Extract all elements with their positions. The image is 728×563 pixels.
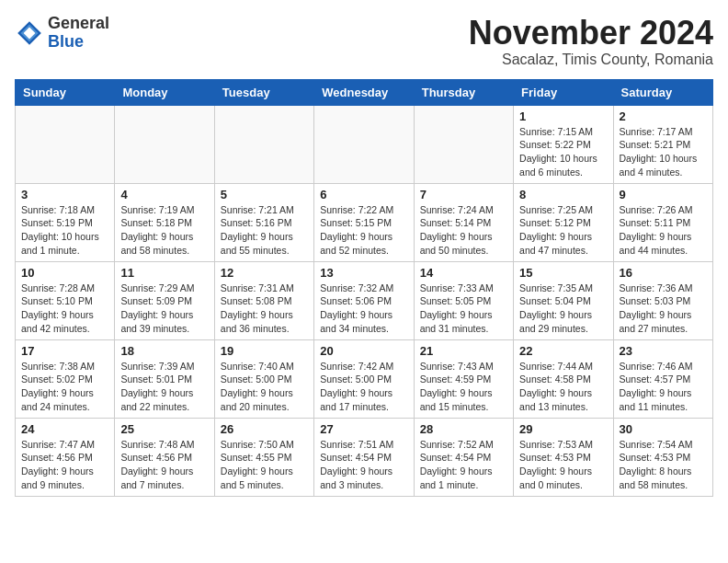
day-info: Sunrise: 7:17 AM Sunset: 5:21 PM Dayligh… <box>620 125 707 179</box>
day-number: 21 <box>420 344 507 358</box>
day-info: Sunrise: 7:26 AM Sunset: 5:11 PM Dayligh… <box>620 203 707 258</box>
calendar-cell: 6Sunrise: 7:22 AM Sunset: 5:15 PM Daylig… <box>314 183 414 261</box>
week-row-4: 17Sunrise: 7:38 AM Sunset: 5:02 PM Dayli… <box>16 339 713 418</box>
calendar-cell: 29Sunrise: 7:53 AM Sunset: 4:53 PM Dayli… <box>514 418 613 496</box>
day-number: 29 <box>519 422 607 436</box>
page-header: General Blue November 2024 Sacalaz, Timi… <box>15 15 713 68</box>
weekday-header-tuesday: Tuesday <box>214 79 313 105</box>
calendar-cell: 21Sunrise: 7:43 AM Sunset: 4:59 PM Dayli… <box>414 339 513 418</box>
day-number: 7 <box>420 188 507 201</box>
calendar-cell: 18Sunrise: 7:39 AM Sunset: 5:01 PM Dayli… <box>115 339 214 418</box>
weekday-header-wednesday: Wednesday <box>314 79 414 105</box>
calendar-cell: 10Sunrise: 7:28 AM Sunset: 5:10 PM Dayli… <box>16 261 115 339</box>
calendar-cell: 24Sunrise: 7:47 AM Sunset: 4:56 PM Dayli… <box>16 418 115 496</box>
day-info: Sunrise: 7:40 AM Sunset: 5:00 PM Dayligh… <box>221 360 308 414</box>
day-info: Sunrise: 7:52 AM Sunset: 4:54 PM Dayligh… <box>420 438 507 492</box>
logo-text: General Blue <box>48 15 109 52</box>
day-info: Sunrise: 7:28 AM Sunset: 5:10 PM Dayligh… <box>21 282 108 336</box>
day-number: 25 <box>120 422 208 436</box>
week-row-5: 24Sunrise: 7:47 AM Sunset: 4:56 PM Dayli… <box>16 418 713 496</box>
day-number: 26 <box>221 422 308 436</box>
day-number: 15 <box>519 266 607 280</box>
calendar-cell: 14Sunrise: 7:33 AM Sunset: 5:05 PM Dayli… <box>414 261 513 339</box>
day-number: 22 <box>519 344 607 358</box>
calendar-cell: 23Sunrise: 7:46 AM Sunset: 4:57 PM Dayli… <box>613 339 712 418</box>
calendar-cell: 2Sunrise: 7:17 AM Sunset: 5:21 PM Daylig… <box>613 105 712 183</box>
calendar-cell: 16Sunrise: 7:36 AM Sunset: 5:03 PM Dayli… <box>613 261 712 339</box>
location-subtitle: Sacalaz, Timis County, Romania <box>469 52 713 68</box>
day-number: 28 <box>420 422 507 436</box>
calendar-cell: 17Sunrise: 7:38 AM Sunset: 5:02 PM Dayli… <box>16 339 115 418</box>
calendar-cell: 12Sunrise: 7:31 AM Sunset: 5:08 PM Dayli… <box>214 261 313 339</box>
calendar-cell: 11Sunrise: 7:29 AM Sunset: 5:09 PM Dayli… <box>115 261 214 339</box>
month-title: November 2024 <box>469 15 713 52</box>
day-info: Sunrise: 7:46 AM Sunset: 4:57 PM Dayligh… <box>620 360 707 414</box>
calendar-cell <box>214 105 313 183</box>
weekday-header-thursday: Thursday <box>414 79 513 105</box>
day-number: 5 <box>221 188 308 201</box>
day-info: Sunrise: 7:32 AM Sunset: 5:06 PM Dayligh… <box>320 282 407 336</box>
calendar-cell <box>16 105 115 183</box>
day-info: Sunrise: 7:22 AM Sunset: 5:15 PM Dayligh… <box>320 203 407 258</box>
calendar-cell: 1Sunrise: 7:15 AM Sunset: 5:22 PM Daylig… <box>514 105 613 183</box>
day-info: Sunrise: 7:51 AM Sunset: 4:54 PM Dayligh… <box>320 438 407 492</box>
calendar-cell: 30Sunrise: 7:54 AM Sunset: 4:53 PM Dayli… <box>613 418 712 496</box>
day-info: Sunrise: 7:35 AM Sunset: 5:04 PM Dayligh… <box>519 282 607 336</box>
calendar-cell: 8Sunrise: 7:25 AM Sunset: 5:12 PM Daylig… <box>514 183 613 261</box>
day-number: 19 <box>221 344 308 358</box>
day-number: 20 <box>320 344 407 358</box>
calendar-cell: 3Sunrise: 7:18 AM Sunset: 5:19 PM Daylig… <box>16 183 115 261</box>
day-number: 18 <box>120 344 208 358</box>
logo-general: General <box>48 15 109 33</box>
week-row-2: 3Sunrise: 7:18 AM Sunset: 5:19 PM Daylig… <box>16 183 713 261</box>
day-number: 6 <box>320 188 407 201</box>
day-info: Sunrise: 7:38 AM Sunset: 5:02 PM Dayligh… <box>21 360 108 414</box>
day-info: Sunrise: 7:31 AM Sunset: 5:08 PM Dayligh… <box>221 282 308 336</box>
calendar-cell: 25Sunrise: 7:48 AM Sunset: 4:56 PM Dayli… <box>115 418 214 496</box>
calendar-cell <box>115 105 214 183</box>
calendar-cell: 4Sunrise: 7:19 AM Sunset: 5:18 PM Daylig… <box>115 183 214 261</box>
day-info: Sunrise: 7:47 AM Sunset: 4:56 PM Dayligh… <box>21 438 108 492</box>
day-info: Sunrise: 7:42 AM Sunset: 5:00 PM Dayligh… <box>320 360 407 414</box>
day-number: 27 <box>320 422 407 436</box>
day-number: 13 <box>320 266 407 280</box>
calendar-cell: 15Sunrise: 7:35 AM Sunset: 5:04 PM Dayli… <box>514 261 613 339</box>
day-info: Sunrise: 7:18 AM Sunset: 5:19 PM Dayligh… <box>21 203 108 258</box>
day-number: 4 <box>120 188 208 201</box>
weekday-header-sunday: Sunday <box>16 79 115 105</box>
calendar-cell: 13Sunrise: 7:32 AM Sunset: 5:06 PM Dayli… <box>314 261 414 339</box>
day-number: 17 <box>21 344 108 358</box>
day-info: Sunrise: 7:24 AM Sunset: 5:14 PM Dayligh… <box>420 203 507 258</box>
day-number: 10 <box>21 266 108 280</box>
weekday-header-monday: Monday <box>115 79 214 105</box>
day-number: 1 <box>519 109 607 123</box>
title-block: November 2024 Sacalaz, Timis County, Rom… <box>469 15 713 68</box>
day-number: 30 <box>620 422 707 436</box>
day-info: Sunrise: 7:44 AM Sunset: 4:58 PM Dayligh… <box>519 360 607 414</box>
day-info: Sunrise: 7:53 AM Sunset: 4:53 PM Dayligh… <box>519 438 607 492</box>
day-info: Sunrise: 7:21 AM Sunset: 5:16 PM Dayligh… <box>221 203 308 258</box>
day-number: 24 <box>21 422 108 436</box>
calendar-cell: 5Sunrise: 7:21 AM Sunset: 5:16 PM Daylig… <box>214 183 313 261</box>
day-number: 23 <box>620 344 707 358</box>
calendar-cell: 26Sunrise: 7:50 AM Sunset: 4:55 PM Dayli… <box>214 418 313 496</box>
day-info: Sunrise: 7:48 AM Sunset: 4:56 PM Dayligh… <box>120 438 208 492</box>
day-info: Sunrise: 7:25 AM Sunset: 5:12 PM Dayligh… <box>519 203 607 258</box>
day-info: Sunrise: 7:39 AM Sunset: 5:01 PM Dayligh… <box>120 360 208 414</box>
day-number: 11 <box>120 266 208 280</box>
day-number: 8 <box>519 188 607 201</box>
calendar-cell: 9Sunrise: 7:26 AM Sunset: 5:11 PM Daylig… <box>613 183 712 261</box>
calendar-cell: 19Sunrise: 7:40 AM Sunset: 5:00 PM Dayli… <box>214 339 313 418</box>
day-number: 9 <box>620 188 707 201</box>
calendar-table: SundayMondayTuesdayWednesdayThursdayFrid… <box>15 79 713 497</box>
week-row-3: 10Sunrise: 7:28 AM Sunset: 5:10 PM Dayli… <box>16 261 713 339</box>
calendar-cell: 20Sunrise: 7:42 AM Sunset: 5:00 PM Dayli… <box>314 339 414 418</box>
day-info: Sunrise: 7:15 AM Sunset: 5:22 PM Dayligh… <box>519 125 607 179</box>
day-number: 12 <box>221 266 308 280</box>
weekday-header-saturday: Saturday <box>613 79 712 105</box>
day-number: 3 <box>21 188 108 201</box>
week-row-1: 1Sunrise: 7:15 AM Sunset: 5:22 PM Daylig… <box>16 105 713 183</box>
calendar-cell <box>314 105 414 183</box>
logo-blue: Blue <box>48 33 109 52</box>
day-info: Sunrise: 7:33 AM Sunset: 5:05 PM Dayligh… <box>420 282 507 336</box>
